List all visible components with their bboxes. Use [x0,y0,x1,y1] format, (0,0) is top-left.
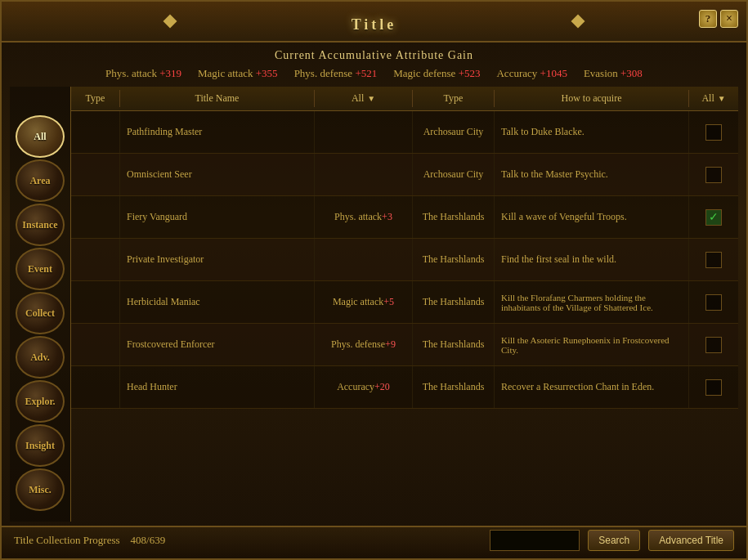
phys-attack-label: Phys. attack [105,67,159,79]
row7-location: The Harshlands [413,366,495,408]
row7-check[interactable] [689,366,738,408]
row3-checkbox[interactable]: ✓ [705,209,722,226]
category-insight[interactable]: Insight [16,424,65,467]
row5-check[interactable] [689,281,738,323]
row4-type [71,239,120,280]
row3-location: The Harshlands [413,196,495,238]
deco-diamond-right [571,15,585,29]
magic-attack-attr: Magic attack +355 [198,67,278,80]
close-button[interactable]: × [720,10,738,28]
row5-title: Herbicidal Maniac [120,281,315,323]
accuracy-label: Accuracy [496,67,540,79]
magic-attack-value: +355 [256,67,278,79]
phys-defense-attr: Phys. defense +521 [294,67,378,80]
row6-type [71,324,120,365]
phys-attack-value: +319 [159,67,181,79]
category-explor[interactable]: Explor. [16,380,65,423]
row3-check[interactable]: ✓ [689,196,738,238]
table-row: Herbicidal Maniac Magic attack +5 The Ha… [71,281,738,324]
help-button[interactable]: ? [699,10,717,28]
table-row: Private Investigator The Harshlands Find… [71,239,738,281]
row5-bonus: Magic attack +5 [315,281,413,323]
progress-value: 408/639 [131,534,166,546]
table-row: Frostcovered Enforcer Phys. defense +9 T… [71,324,738,366]
row4-title: Private Investigator [120,239,315,280]
row3-bonus-label: Phys. attack [334,211,382,223]
category-sidebar: All Area Instance Event Collect Adv. Exp… [10,87,71,522]
category-event[interactable]: Event [16,248,65,290]
phys-attack-attr: Phys. attack +319 [105,67,181,80]
row3-bonus-value: +3 [382,211,392,223]
evasion-attr: Evasion +308 [584,67,643,80]
evasion-value: +308 [620,67,643,79]
row1-title: Pathfinding Master [120,111,315,153]
row7-how: Recover a Resurrection Chant in Eden. [495,366,689,408]
row4-check[interactable] [689,239,738,280]
deco-diamond-left [163,15,177,29]
table-header: Type Title Name All ▼ Type How to acquir… [71,87,738,111]
row5-checkbox[interactable] [705,294,722,311]
row1-check[interactable] [689,111,738,153]
row1-how: Talk to Duke Blacke. [495,111,689,153]
th-type2: Type [413,90,495,107]
category-all[interactable]: All [16,115,65,158]
row2-how: Talk to the Master Psychic. [495,154,689,195]
title-table: Type Title Name All ▼ Type How to acquir… [71,87,738,522]
table-row: Pathfinding Master Archosaur City Talk t… [71,111,738,154]
row7-bonus-label: Accuracy [337,381,374,393]
row7-bonus-value: +20 [374,381,390,393]
title-bar: Title [2,2,746,43]
category-adv[interactable]: Adv. [16,336,65,379]
row2-title: Omniscient Seer [120,154,315,195]
th-dropdown-icon-1[interactable]: ▼ [367,94,375,103]
category-area[interactable]: Area [16,159,65,202]
advanced-title-button[interactable]: Advanced Title [648,530,734,551]
phys-defense-label: Phys. defense [294,67,356,79]
row1-checkbox[interactable] [705,124,722,141]
th-type: Type [71,90,120,107]
category-misc[interactable]: Misc. [16,468,65,511]
row7-checkbox[interactable] [705,379,722,396]
row1-bonus [315,111,413,153]
accuracy-attr: Accuracy +1045 [496,67,567,80]
table-row: Omniscient Seer Archosaur City Talk to t… [71,154,738,196]
row2-check[interactable] [689,154,738,195]
magic-defense-value: +523 [459,67,481,79]
category-collect[interactable]: Collect [16,292,65,334]
magic-defense-attr: Magic defense +523 [393,67,480,80]
row6-check[interactable] [689,324,738,365]
section-title: Current Accumulative Attribute Gain [14,49,734,62]
th-dropdown-icon-2[interactable]: ▼ [718,94,726,103]
row2-location: Archosaur City [413,154,495,195]
th-all-filter2[interactable]: All ▼ [689,90,738,107]
th-title-name: Title Name [120,90,315,107]
th-title-name-label: Title Name [195,92,240,105]
row5-how: Kill the Florafang Charmers holding the … [495,281,689,323]
row6-location: The Harshlands [413,324,495,365]
row6-bonus-label: Phys. defense [331,338,385,351]
evasion-label: Evasion [584,67,620,79]
th-all-filter[interactable]: All ▼ [315,90,413,107]
search-input[interactable] [490,530,580,551]
category-instance[interactable]: Instance [16,204,65,246]
row7-type [71,366,120,408]
row1-location: Archosaur City [413,111,495,153]
table-container: All Area Instance Event Collect Adv. Exp… [10,87,738,522]
search-button[interactable]: Search [588,530,640,551]
th-how-label: How to acquire [562,92,622,105]
row6-how: Kill the Asoteric Runephoenix in Frostco… [495,324,689,365]
row6-checkbox[interactable] [705,337,722,353]
row5-location: The Harshlands [413,281,495,323]
row6-bonus-value: +9 [385,338,396,351]
row4-location: The Harshlands [413,239,495,280]
row3-bonus: Phys. attack +3 [315,196,413,238]
row1-type [71,111,120,153]
row2-checkbox[interactable] [705,167,722,183]
row4-checkbox[interactable] [705,252,722,268]
checkmark-icon: ✓ [709,210,719,224]
th-all-filter-label: All [352,92,364,105]
main-content: Current Accumulative Attribute Gain Phys… [6,43,742,522]
row5-bonus-value: +5 [383,296,394,308]
row4-bonus [315,239,413,280]
window-title: Title [352,16,397,34]
